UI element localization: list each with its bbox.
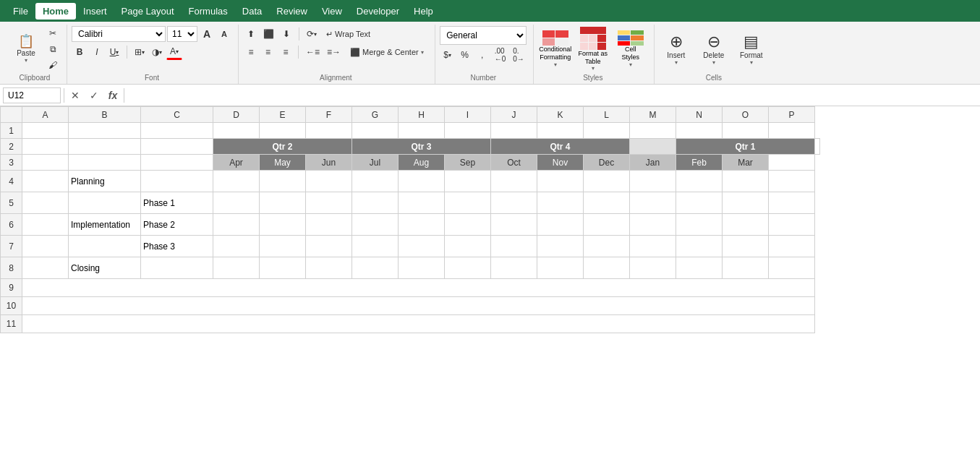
cell-E6[interactable] — [260, 214, 306, 236]
cell-J5[interactable] — [491, 192, 537, 214]
cell-E8[interactable] — [260, 257, 306, 279]
decimal-decrease-button[interactable]: 0.0→ — [510, 47, 527, 63]
row-header-10[interactable]: 10 — [1, 297, 22, 315]
menu-data[interactable]: Data — [235, 3, 269, 20]
menu-file[interactable]: File — [6, 3, 35, 20]
cell-B8[interactable]: Closing — [69, 257, 141, 279]
col-header-L[interactable]: L — [584, 107, 630, 123]
cell-A3[interactable] — [22, 155, 69, 171]
cell-N6[interactable] — [676, 214, 723, 236]
cell-E3-may[interactable]: May — [260, 155, 306, 171]
percent-button[interactable]: % — [457, 47, 473, 63]
conditional-formatting-button[interactable]: ConditionalFormatting ▾ — [538, 30, 573, 69]
cell-J7[interactable] — [491, 236, 537, 257]
cell-M3-jan[interactable]: Jan — [630, 155, 676, 171]
align-top-button[interactable]: ⬆ — [243, 26, 259, 42]
cell-G2-qtr3[interactable]: Qtr 3 — [352, 139, 491, 155]
cell-L1[interactable] — [584, 123, 630, 139]
cell-K6[interactable] — [537, 214, 584, 236]
cell-C2[interactable] — [141, 139, 213, 155]
cell-C6[interactable]: Phase 2 — [141, 214, 213, 236]
cell-C4[interactable] — [141, 171, 213, 192]
number-format-select[interactable]: General — [440, 26, 527, 45]
cell-N1[interactable] — [676, 123, 723, 139]
cell-P4[interactable] — [769, 171, 815, 192]
row-header-6[interactable]: 6 — [1, 214, 22, 236]
cell-A4[interactable] — [22, 171, 69, 192]
cell-N3-feb[interactable]: Feb — [676, 155, 723, 171]
cell-C5[interactable]: Phase 1 — [141, 192, 213, 214]
cell-P3[interactable] — [769, 155, 815, 171]
format-button[interactable]: ▤ Format ▾ — [734, 26, 769, 72]
cell-G5[interactable] — [352, 192, 399, 214]
cell-I7[interactable] — [445, 236, 491, 257]
cell-F7[interactable] — [306, 236, 352, 257]
cell-I3-sep[interactable]: Sep — [445, 155, 491, 171]
cut-button[interactable]: ✂ — [45, 26, 61, 40]
decimal-increase-button[interactable]: .00←0 — [492, 47, 509, 63]
cell-L7[interactable] — [584, 236, 630, 257]
cell-styles-button[interactable]: CellStyles ▾ — [613, 30, 648, 69]
cell-H6[interactable] — [399, 214, 445, 236]
cell-D8[interactable] — [213, 257, 260, 279]
cell-K1[interactable] — [537, 123, 584, 139]
cell-P6[interactable] — [769, 214, 815, 236]
cell-M1[interactable] — [630, 123, 676, 139]
formula-input[interactable] — [127, 87, 977, 103]
paste-button[interactable]: 📋 Paste ▾ — [9, 26, 43, 72]
cell-M8[interactable] — [630, 257, 676, 279]
cell-L5[interactable] — [584, 192, 630, 214]
cell-A8[interactable] — [22, 257, 69, 279]
col-header-G[interactable]: G — [352, 107, 399, 123]
cell-C1[interactable] — [141, 123, 213, 139]
cell-M2[interactable] — [630, 139, 676, 155]
menu-formulas[interactable]: Formulas — [182, 3, 235, 20]
col-header-D[interactable]: D — [213, 107, 260, 123]
cell-J3-oct[interactable]: Oct — [491, 155, 537, 171]
cell-K5[interactable] — [537, 192, 584, 214]
cell-row11[interactable] — [22, 315, 815, 333]
indent-increase-button[interactable]: ≡→ — [324, 44, 344, 60]
fill-color-button[interactable]: ◑▾ — [149, 44, 165, 60]
cell-E7[interactable] — [260, 236, 306, 257]
cell-F4[interactable] — [306, 171, 352, 192]
align-left-button[interactable]: ≡ — [243, 44, 259, 60]
cell-I1[interactable] — [445, 123, 491, 139]
cell-D6[interactable] — [213, 214, 260, 236]
cell-J2-qtr4[interactable]: Qtr 4 — [491, 139, 630, 155]
cell-C8[interactable] — [141, 257, 213, 279]
col-header-M[interactable]: M — [630, 107, 676, 123]
col-header-O[interactable]: O — [723, 107, 769, 123]
cell-B3[interactable] — [69, 155, 141, 171]
menu-home[interactable]: Home — [35, 3, 76, 20]
cell-A1[interactable] — [22, 123, 69, 139]
col-header-E[interactable]: E — [260, 107, 306, 123]
cell-B6[interactable]: Implementation — [69, 214, 141, 236]
cell-N8[interactable] — [676, 257, 723, 279]
cell-G4[interactable] — [352, 171, 399, 192]
format-as-table-button[interactable]: Format asTable ▾ — [576, 30, 610, 69]
cell-L4[interactable] — [584, 171, 630, 192]
cell-O1[interactable] — [723, 123, 769, 139]
row-header-11[interactable]: 11 — [1, 315, 22, 333]
italic-button[interactable]: I — [89, 44, 105, 60]
col-header-F[interactable]: F — [306, 107, 352, 123]
cell-row10[interactable] — [22, 297, 815, 315]
menu-view[interactable]: View — [315, 3, 349, 20]
cell-J4[interactable] — [491, 171, 537, 192]
cell-E5[interactable] — [260, 192, 306, 214]
cell-N4[interactable] — [676, 171, 723, 192]
align-right-button[interactable]: ≡ — [278, 44, 294, 60]
cell-O7[interactable] — [723, 236, 769, 257]
cell-G8[interactable] — [352, 257, 399, 279]
cell-I4[interactable] — [445, 171, 491, 192]
col-header-B[interactable]: B — [69, 107, 141, 123]
row-header-3[interactable]: 3 — [1, 155, 22, 171]
align-middle-button[interactable]: ⬛ — [260, 26, 277, 42]
merge-center-button[interactable]: ⬛ Merge & Center ▾ — [345, 44, 429, 60]
borders-button[interactable]: ⊞▾ — [132, 44, 148, 60]
cell-D2-qtr2[interactable]: Qtr 2 — [213, 139, 352, 155]
cell-G6[interactable] — [352, 214, 399, 236]
align-bottom-button[interactable]: ⬇ — [278, 26, 294, 42]
cell-L8[interactable] — [584, 257, 630, 279]
